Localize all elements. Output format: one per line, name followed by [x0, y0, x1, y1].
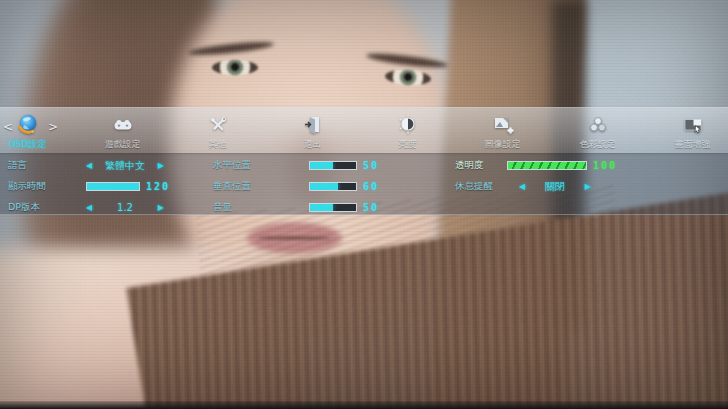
slider-track[interactable]	[309, 203, 357, 212]
language-select[interactable]: ◀ 繁體中文 ▶	[86, 159, 164, 173]
setting-label: 音量	[213, 201, 309, 214]
tab-picture-boost[interactable]: 畫面增強	[645, 108, 728, 153]
setting-row-break-reminder: 休息提醒 ◀ 關閉 ▶	[455, 176, 670, 197]
slider-fill	[310, 204, 333, 211]
volume-slider[interactable]: 50	[309, 202, 379, 213]
setting-row-volume: 音量 50	[213, 197, 413, 218]
slider-track[interactable]	[86, 182, 140, 191]
tab-label: 畫面增強	[675, 139, 711, 149]
slider-fill	[87, 183, 139, 190]
slider-value: 50	[363, 202, 379, 213]
arrow-right-icon[interactable]: ▶	[158, 162, 164, 170]
color-balls-icon	[586, 113, 610, 137]
transparence-slider[interactable]: 100	[505, 160, 617, 171]
setting-label: 語言	[8, 159, 84, 172]
slider-value: 120	[146, 181, 170, 192]
monitor-screen: OSD設定 遊戲設定	[0, 0, 728, 409]
setting-label: 水平位置	[213, 159, 309, 172]
setting-row-language: 語言 ◀ 繁體中文 ▶	[8, 155, 204, 176]
setting-label: 透明度	[455, 159, 505, 172]
window-cursor-icon	[681, 113, 705, 137]
tab-label: 其他	[209, 139, 227, 149]
tab-label: 退出	[304, 139, 322, 149]
gamepad-icon	[111, 113, 135, 137]
arrow-left-icon[interactable]: ◀	[86, 204, 92, 212]
arrow-right-icon[interactable]: ▶	[585, 183, 591, 191]
select-value: 1.2	[117, 202, 133, 213]
tab-prev-arrow[interactable]: <	[3, 120, 13, 134]
setting-label: DP版本	[8, 201, 84, 214]
slider-value: 50	[363, 160, 379, 171]
slider-value: 60	[363, 181, 379, 192]
setting-row-h-position: 水平位置 50	[213, 155, 413, 176]
setting-label: 顯示時間	[8, 180, 84, 193]
tab-next-arrow[interactable]: >	[48, 120, 58, 134]
tab-extra[interactable]: 其他	[170, 108, 265, 153]
tab-game-setting[interactable]: 遊戲設定	[75, 108, 170, 153]
select-value: 繁體中文	[105, 159, 145, 173]
tab-label: OSD設定	[9, 139, 47, 149]
slider-track[interactable]	[309, 161, 357, 170]
tab-exit[interactable]: 退出	[265, 108, 360, 153]
tab-image-setup[interactable]: 圖像設定	[455, 108, 550, 153]
setting-row-v-position: 垂直位置 60	[213, 176, 413, 197]
settings-column-2: 水平位置 50 垂直位置 60 音量 50	[213, 155, 413, 218]
select-value: 關閉	[545, 180, 565, 194]
brightness-icon	[396, 113, 420, 137]
settings-column-1: 語言 ◀ 繁體中文 ▶ 顯示時間 120 DP版本 ◀ 1.2 ▶	[8, 155, 204, 218]
h-position-slider[interactable]: 50	[309, 160, 379, 171]
v-position-slider[interactable]: 60	[309, 181, 379, 192]
timeout-slider[interactable]: 120	[84, 181, 170, 192]
image-plus-icon	[491, 113, 515, 137]
slider-fill	[310, 183, 338, 190]
tab-label: 圖像設定	[485, 139, 521, 149]
slider-track[interactable]	[309, 182, 357, 191]
slider-value: 100	[593, 160, 617, 171]
slider-fill	[508, 162, 586, 169]
settings-column-3: 透明度 100 休息提醒 ◀ 關閉 ▶	[455, 155, 670, 197]
setting-row-dp-version: DP版本 ◀ 1.2 ▶	[8, 197, 204, 218]
setting-row-transparence: 透明度 100	[455, 155, 670, 176]
slider-track[interactable]	[507, 161, 587, 170]
photo-bottom-edge	[0, 401, 728, 409]
arrow-right-icon[interactable]: ▶	[158, 204, 164, 212]
dp-version-select[interactable]: ◀ 1.2 ▶	[86, 202, 164, 213]
tab-label: 色彩設定	[580, 139, 616, 149]
globe-icon	[15, 113, 41, 137]
tab-label: 遊戲設定	[105, 139, 141, 149]
setting-label: 休息提醒	[455, 180, 505, 193]
arrow-left-icon[interactable]: ◀	[519, 183, 525, 191]
setting-row-timeout: 顯示時間 120	[8, 176, 204, 197]
osd-tab-bar: OSD設定 遊戲設定	[0, 107, 728, 153]
exit-door-icon	[301, 113, 325, 137]
osd-tabs: OSD設定 遊戲設定	[0, 108, 728, 153]
slider-fill	[310, 162, 333, 169]
setting-label: 垂直位置	[213, 180, 309, 193]
break-reminder-select[interactable]: ◀ 關閉 ▶	[519, 180, 591, 194]
arrow-left-icon[interactable]: ◀	[86, 162, 92, 170]
tab-label: 亮度	[399, 139, 417, 149]
tab-luminance[interactable]: 亮度	[360, 108, 455, 153]
tab-color-setup[interactable]: 色彩設定	[550, 108, 645, 153]
wrench-icon	[206, 113, 230, 137]
